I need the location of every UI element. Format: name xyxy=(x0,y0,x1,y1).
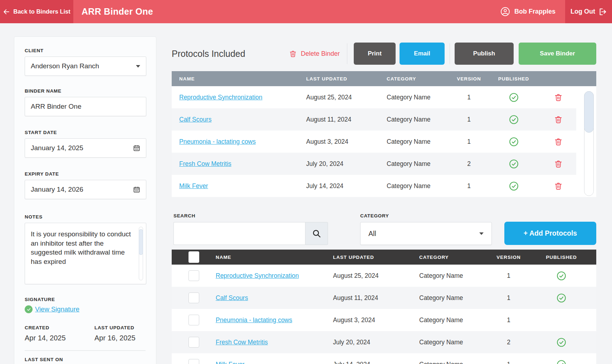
last-updated-cell: August 11, 2024 xyxy=(333,294,419,302)
delete-protocol-button[interactable] xyxy=(554,138,562,146)
version-cell: 1 xyxy=(451,138,487,146)
last-updated-cell: July 14, 2024 xyxy=(306,182,387,190)
column-header-category: CATEGORY xyxy=(387,76,451,82)
protocol-link[interactable]: Milk Fever xyxy=(179,182,208,190)
last-updated-cell: July 20, 2024 xyxy=(306,160,387,168)
row-checkbox[interactable] xyxy=(189,315,199,325)
back-label: Back to Binders List xyxy=(13,8,70,15)
row-checkbox[interactable] xyxy=(189,359,199,364)
main-content: Protocols Included Delete Binder Print E… xyxy=(172,23,596,364)
save-binder-button[interactable]: Save Binder xyxy=(519,43,596,65)
table-row: Milk Fever July 14, 2024 Category Name 1 xyxy=(172,175,576,197)
category-cell: Category Name xyxy=(387,94,451,101)
row-checkbox[interactable] xyxy=(189,292,199,303)
published-check-icon xyxy=(509,115,519,124)
category-filter-value: All xyxy=(368,230,376,238)
row-checkbox[interactable] xyxy=(189,337,199,348)
protocol-link[interactable]: Calf Scours xyxy=(179,116,211,123)
column-header-name: NAME xyxy=(216,255,333,260)
back-to-binders-button[interactable]: Back to Binders List xyxy=(0,0,73,23)
table-row: Pneumonia - lactating cows August 3, 202… xyxy=(172,131,576,153)
expiry-date-value: January 14, 2026 xyxy=(31,186,83,193)
delete-protocol-button[interactable] xyxy=(554,93,562,102)
column-header-name: NAME xyxy=(172,76,306,82)
included-protocols-table: NAME LAST UPDATED CATEGORY VERSION PUBLI… xyxy=(172,71,596,197)
print-button[interactable]: Print xyxy=(354,43,396,65)
column-header-last-updated: LAST UPDATED xyxy=(333,255,419,260)
table-row: Milk Fever July 14, 2024 Category Name 1 xyxy=(172,353,596,364)
protocol-link[interactable]: Calf Scours xyxy=(216,294,248,301)
table-row: Reproductive Synchronization August 25, … xyxy=(172,86,576,108)
version-cell: 1 xyxy=(491,361,527,364)
category-cell: Category Name xyxy=(387,160,451,168)
category-cell: Category Name xyxy=(387,138,451,146)
published-check-icon xyxy=(509,137,519,147)
version-cell: 1 xyxy=(491,272,527,280)
chevron-down-icon xyxy=(479,232,484,235)
last-updated-cell: August 11, 2024 xyxy=(306,116,387,123)
delete-protocol-button[interactable] xyxy=(554,160,562,168)
category-filter-label: CATEGORY xyxy=(360,213,389,218)
protocol-link[interactable]: Pneumonia - lactating cows xyxy=(179,138,256,145)
notes-label: NOTES xyxy=(25,214,146,220)
table-scrollbar-thumb[interactable] xyxy=(584,91,594,133)
protocol-link[interactable]: Reproductive Synchronization xyxy=(216,272,299,279)
version-cell: 1 xyxy=(491,316,527,324)
search-icon xyxy=(312,229,321,238)
user-name: Bob Frapples xyxy=(514,8,555,15)
category-cell: Category Name xyxy=(419,294,491,302)
last-updated-cell: July 14, 2024 xyxy=(333,361,419,364)
add-protocols-button[interactable]: + Add Protocols xyxy=(504,222,596,245)
protocol-link[interactable]: Fresh Cow Metritis xyxy=(179,160,231,167)
column-header-published: PUBLISHED xyxy=(527,255,596,260)
protocol-link[interactable]: Milk Fever xyxy=(216,361,245,364)
published-check-icon xyxy=(557,293,566,303)
delete-protocol-button[interactable] xyxy=(554,115,562,124)
last-updated-cell: August 3, 2024 xyxy=(333,316,419,324)
calendar-icon xyxy=(133,186,140,193)
select-all-checkbox[interactable] xyxy=(189,251,199,263)
column-header-published: PUBLISHED xyxy=(487,76,540,82)
binder-name-input[interactable]: ARR Binder One xyxy=(25,97,146,116)
search-button[interactable] xyxy=(305,222,328,245)
email-button[interactable]: Email xyxy=(400,43,445,65)
protocol-library-table: NAME LAST UPDATED CATEGORY VERSION PUBLI… xyxy=(172,250,596,364)
logout-button[interactable]: Log Out xyxy=(565,0,612,23)
protocol-link[interactable]: Fresh Cow Metritis xyxy=(216,339,268,346)
table-row: Reproductive Synchronization August 25, … xyxy=(172,265,596,287)
version-cell: 1 xyxy=(491,294,527,302)
notes-scrollbar-thumb[interactable] xyxy=(139,229,143,255)
table-scrollbar[interactable] xyxy=(584,91,594,196)
protocol-link[interactable]: Pneumonia - lactating cows xyxy=(216,316,292,324)
publish-button[interactable]: Publish xyxy=(455,43,514,65)
last-updated-cell: August 25, 2024 xyxy=(333,272,419,280)
signature-label: SIGNATURE xyxy=(25,297,146,302)
row-checkbox[interactable] xyxy=(189,270,199,281)
binder-name-label: BINDER NAME xyxy=(25,88,146,94)
column-header-last-updated: LAST UPDATED xyxy=(306,76,387,82)
published-check-icon xyxy=(509,159,519,169)
view-signature-link[interactable]: View Signature xyxy=(35,305,79,313)
category-filter-select[interactable]: All xyxy=(360,222,492,245)
client-label: CLIENT xyxy=(25,48,146,53)
client-value: Anderson Ryan Ranch xyxy=(31,62,99,70)
table-row: Fresh Cow Metritis July 20, 2024 Categor… xyxy=(172,331,596,353)
chevron-down-icon xyxy=(136,65,140,68)
user-menu[interactable]: Bob Frapples xyxy=(500,0,555,23)
notes-scrollbar[interactable] xyxy=(139,227,143,280)
search-input[interactable] xyxy=(173,222,305,245)
table-row: Calf Scours August 11, 2024 Category Nam… xyxy=(172,287,596,309)
delete-protocol-button[interactable] xyxy=(554,182,562,190)
client-select[interactable]: Anderson Ryan Ranch xyxy=(25,56,146,76)
expiry-date-label: EXPIRY DATE xyxy=(25,171,146,177)
expiry-date-input[interactable]: January 14, 2026 xyxy=(25,180,146,199)
start-date-input[interactable]: January 14, 2025 xyxy=(25,138,146,158)
delete-binder-button[interactable]: Delete Binder xyxy=(289,50,340,58)
divider xyxy=(347,43,347,64)
divider xyxy=(450,43,450,64)
start-date-label: START DATE xyxy=(25,130,146,135)
logout-icon xyxy=(599,8,607,16)
column-header-version: VERSION xyxy=(451,76,487,82)
protocol-link[interactable]: Reproductive Synchronization xyxy=(179,94,263,101)
notes-textarea[interactable]: It is your responsibility to conduct an … xyxy=(25,223,146,284)
